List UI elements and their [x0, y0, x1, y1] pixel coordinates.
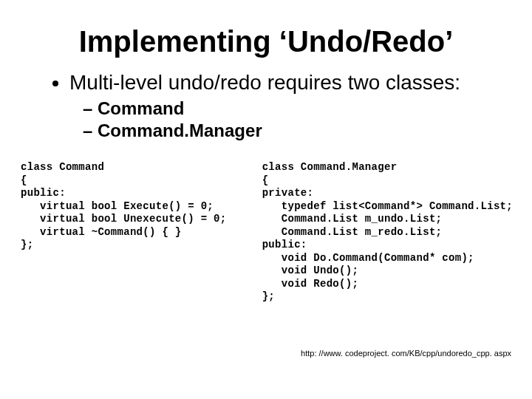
code-columns: class Command { public: virtual bool Exe…: [0, 161, 532, 304]
bullet-item-1-text: Multi-level undo/redo requires two class…: [69, 71, 460, 94]
slide: Implementing ‘Undo/Redo’ Multi-level und…: [0, 0, 532, 399]
code-block-right: class Command.Manager { private: typedef…: [262, 161, 513, 304]
sub-bullet-2: Command.Manager: [83, 120, 492, 142]
source-link: http: //www. codeproject. com/KB/cpp/und…: [301, 349, 511, 358]
code-block-left: class Command { public: virtual bool Exe…: [21, 161, 245, 304]
sub-bullet-list: Command Command.Manager: [69, 98, 492, 142]
bullet-list: Multi-level undo/redo requires two class…: [49, 70, 492, 142]
bullet-item-1: Multi-level undo/redo requires two class…: [69, 70, 492, 142]
slide-title: Implementing ‘Undo/Redo’: [0, 0, 532, 70]
sub-bullet-1: Command: [83, 98, 492, 120]
slide-body: Multi-level undo/redo requires two class…: [0, 70, 532, 142]
